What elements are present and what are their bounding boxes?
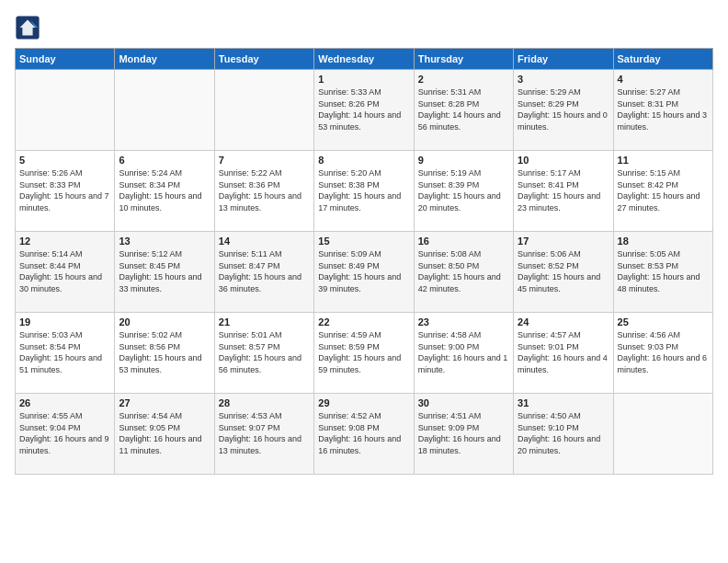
weekday-header: Thursday (414, 49, 513, 70)
day-number: 17 (518, 236, 609, 247)
day-number: 9 (418, 155, 509, 166)
day-info: Sunrise: 5:29 AM Sunset: 8:29 PM Dayligh… (518, 86, 609, 132)
day-number: 10 (518, 155, 609, 166)
calendar-cell: 19Sunrise: 5:03 AM Sunset: 8:54 PM Dayli… (16, 313, 115, 394)
calendar-cell: 1Sunrise: 5:33 AM Sunset: 8:26 PM Daylig… (314, 70, 414, 151)
day-number: 5 (19, 155, 110, 166)
day-number: 21 (219, 316, 310, 327)
day-info: Sunrise: 4:59 AM Sunset: 8:59 PM Dayligh… (318, 329, 409, 375)
day-info: Sunrise: 5:14 AM Sunset: 8:44 PM Dayligh… (19, 248, 110, 294)
calendar-table: SundayMondayTuesdayWednesdayThursdayFrid… (15, 48, 713, 475)
calendar-cell: 10Sunrise: 5:17 AM Sunset: 8:41 PM Dayli… (514, 151, 613, 232)
calendar-cell: 20Sunrise: 5:02 AM Sunset: 8:56 PM Dayli… (115, 313, 214, 394)
day-number: 20 (119, 316, 210, 327)
day-number: 8 (318, 155, 409, 166)
day-info: Sunrise: 4:52 AM Sunset: 9:08 PM Dayligh… (318, 410, 409, 456)
calendar-cell: 26Sunrise: 4:55 AM Sunset: 9:04 PM Dayli… (16, 394, 115, 475)
day-number: 18 (618, 236, 709, 247)
page-header (15, 15, 713, 40)
calendar-cell: 29Sunrise: 4:52 AM Sunset: 9:08 PM Dayli… (314, 394, 414, 475)
day-info: Sunrise: 4:50 AM Sunset: 9:10 PM Dayligh… (518, 410, 609, 456)
day-number: 7 (219, 155, 310, 166)
day-info: Sunrise: 5:33 AM Sunset: 8:26 PM Dayligh… (318, 86, 409, 132)
day-info: Sunrise: 5:06 AM Sunset: 8:52 PM Dayligh… (518, 248, 609, 294)
logo (15, 15, 44, 40)
day-number: 1 (318, 74, 409, 85)
calendar-cell: 14Sunrise: 5:11 AM Sunset: 8:47 PM Dayli… (214, 232, 313, 313)
day-number: 13 (119, 236, 210, 247)
day-info: Sunrise: 5:17 AM Sunset: 8:41 PM Dayligh… (518, 167, 609, 213)
calendar-week-row: 12Sunrise: 5:14 AM Sunset: 8:44 PM Dayli… (16, 232, 713, 313)
day-info: Sunrise: 5:05 AM Sunset: 8:53 PM Dayligh… (618, 248, 709, 294)
day-number: 2 (418, 74, 509, 85)
day-info: Sunrise: 4:54 AM Sunset: 9:05 PM Dayligh… (119, 410, 210, 456)
day-number: 19 (19, 316, 110, 327)
day-info: Sunrise: 5:26 AM Sunset: 8:33 PM Dayligh… (19, 167, 110, 213)
calendar-cell (613, 394, 712, 475)
day-info: Sunrise: 5:22 AM Sunset: 8:36 PM Dayligh… (219, 167, 310, 213)
calendar-cell: 9Sunrise: 5:19 AM Sunset: 8:39 PM Daylig… (414, 151, 513, 232)
calendar-cell: 22Sunrise: 4:59 AM Sunset: 8:59 PM Dayli… (314, 313, 414, 394)
day-info: Sunrise: 5:19 AM Sunset: 8:39 PM Dayligh… (418, 167, 509, 213)
calendar-cell: 12Sunrise: 5:14 AM Sunset: 8:44 PM Dayli… (16, 232, 115, 313)
logo-icon (15, 15, 40, 40)
calendar-cell: 8Sunrise: 5:20 AM Sunset: 8:38 PM Daylig… (314, 151, 414, 232)
calendar-week-row: 5Sunrise: 5:26 AM Sunset: 8:33 PM Daylig… (16, 151, 713, 232)
calendar-cell (115, 70, 214, 151)
day-info: Sunrise: 5:12 AM Sunset: 8:45 PM Dayligh… (119, 248, 210, 294)
day-info: Sunrise: 5:20 AM Sunset: 8:38 PM Dayligh… (318, 167, 409, 213)
day-number: 30 (418, 397, 509, 408)
day-info: Sunrise: 5:03 AM Sunset: 8:54 PM Dayligh… (19, 329, 110, 375)
day-number: 3 (518, 74, 609, 85)
calendar-week-row: 1Sunrise: 5:33 AM Sunset: 8:26 PM Daylig… (16, 70, 713, 151)
weekday-header: Friday (514, 49, 613, 70)
day-number: 4 (618, 74, 709, 85)
calendar-cell: 31Sunrise: 4:50 AM Sunset: 9:10 PM Dayli… (514, 394, 613, 475)
day-number: 14 (219, 236, 310, 247)
weekday-header: Saturday (613, 49, 712, 70)
calendar-cell: 21Sunrise: 5:01 AM Sunset: 8:57 PM Dayli… (214, 313, 313, 394)
day-info: Sunrise: 5:24 AM Sunset: 8:34 PM Dayligh… (119, 167, 210, 213)
day-number: 12 (19, 236, 110, 247)
day-info: Sunrise: 5:08 AM Sunset: 8:50 PM Dayligh… (418, 248, 509, 294)
day-number: 15 (318, 236, 409, 247)
day-info: Sunrise: 5:15 AM Sunset: 8:42 PM Dayligh… (618, 167, 709, 213)
day-info: Sunrise: 4:57 AM Sunset: 9:01 PM Dayligh… (518, 329, 609, 375)
calendar-cell: 3Sunrise: 5:29 AM Sunset: 8:29 PM Daylig… (514, 70, 613, 151)
day-info: Sunrise: 4:55 AM Sunset: 9:04 PM Dayligh… (19, 410, 110, 456)
day-info: Sunrise: 4:56 AM Sunset: 9:03 PM Dayligh… (618, 329, 709, 375)
day-info: Sunrise: 4:53 AM Sunset: 9:07 PM Dayligh… (219, 410, 310, 456)
calendar-cell: 27Sunrise: 4:54 AM Sunset: 9:05 PM Dayli… (115, 394, 214, 475)
day-number: 24 (518, 316, 609, 327)
day-info: Sunrise: 5:27 AM Sunset: 8:31 PM Dayligh… (618, 86, 709, 132)
weekday-header: Tuesday (214, 49, 313, 70)
day-info: Sunrise: 5:31 AM Sunset: 8:28 PM Dayligh… (418, 86, 509, 132)
calendar-cell: 18Sunrise: 5:05 AM Sunset: 8:53 PM Dayli… (613, 232, 712, 313)
day-info: Sunrise: 4:51 AM Sunset: 9:09 PM Dayligh… (418, 410, 509, 456)
calendar-week-row: 19Sunrise: 5:03 AM Sunset: 8:54 PM Dayli… (16, 313, 713, 394)
calendar-cell: 4Sunrise: 5:27 AM Sunset: 8:31 PM Daylig… (613, 70, 712, 151)
day-number: 23 (418, 316, 509, 327)
calendar-week-row: 26Sunrise: 4:55 AM Sunset: 9:04 PM Dayli… (16, 394, 713, 475)
day-info: Sunrise: 5:01 AM Sunset: 8:57 PM Dayligh… (219, 329, 310, 375)
day-info: Sunrise: 5:02 AM Sunset: 8:56 PM Dayligh… (119, 329, 210, 375)
calendar-cell: 25Sunrise: 4:56 AM Sunset: 9:03 PM Dayli… (613, 313, 712, 394)
calendar-cell: 13Sunrise: 5:12 AM Sunset: 8:45 PM Dayli… (115, 232, 214, 313)
calendar-cell: 2Sunrise: 5:31 AM Sunset: 8:28 PM Daylig… (414, 70, 513, 151)
day-number: 25 (618, 316, 709, 327)
calendar-cell: 30Sunrise: 4:51 AM Sunset: 9:09 PM Dayli… (414, 394, 513, 475)
calendar-cell: 15Sunrise: 5:09 AM Sunset: 8:49 PM Dayli… (314, 232, 414, 313)
weekday-header: Sunday (16, 49, 115, 70)
calendar-cell (16, 70, 115, 151)
calendar-header-row: SundayMondayTuesdayWednesdayThursdayFrid… (16, 49, 713, 70)
day-number: 28 (219, 397, 310, 408)
calendar-cell: 11Sunrise: 5:15 AM Sunset: 8:42 PM Dayli… (613, 151, 712, 232)
calendar-cell: 17Sunrise: 5:06 AM Sunset: 8:52 PM Dayli… (514, 232, 613, 313)
day-number: 26 (19, 397, 110, 408)
weekday-header: Wednesday (314, 49, 414, 70)
day-number: 22 (318, 316, 409, 327)
day-number: 11 (618, 155, 709, 166)
day-number: 31 (518, 397, 609, 408)
calendar-cell: 23Sunrise: 4:58 AM Sunset: 9:00 PM Dayli… (414, 313, 513, 394)
calendar-cell: 28Sunrise: 4:53 AM Sunset: 9:07 PM Dayli… (214, 394, 313, 475)
